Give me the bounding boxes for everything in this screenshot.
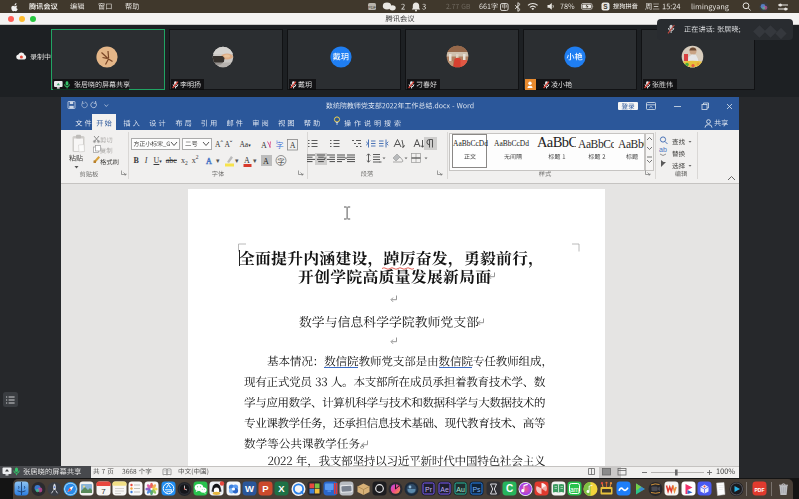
svg-text:7: 7 — [101, 487, 106, 496]
svg-text:C: C — [506, 483, 513, 494]
svg-text:A: A — [206, 157, 212, 166]
svg-text:P: P — [262, 483, 269, 494]
svg-text:Ae: Ae — [440, 486, 449, 493]
svg-text:am: am — [570, 486, 579, 493]
svg-text:Ps: Ps — [473, 486, 482, 493]
svg-text:S: S — [603, 3, 608, 10]
svg-text:▾: ▾ — [235, 157, 239, 165]
svg-text:字: 字 — [276, 141, 284, 150]
svg-text:A: A — [263, 157, 269, 166]
svg-text:字: 字 — [278, 157, 285, 165]
svg-text:Pr: Pr — [425, 486, 433, 493]
svg-text:Au: Au — [456, 486, 465, 493]
svg-text:PDF: PDF — [368, 5, 377, 10]
svg-text:PDF: PDF — [755, 487, 765, 493]
svg-text:ab: ab — [659, 146, 667, 153]
svg-text:X: X — [279, 483, 286, 494]
svg-text:A: A — [261, 141, 267, 150]
svg-text:▾: ▾ — [253, 157, 257, 165]
svg-text:A: A — [244, 156, 250, 165]
svg-text:W: W — [245, 483, 254, 494]
svg-text:▾: ▾ — [216, 157, 220, 165]
svg-text:A: A — [290, 141, 296, 150]
